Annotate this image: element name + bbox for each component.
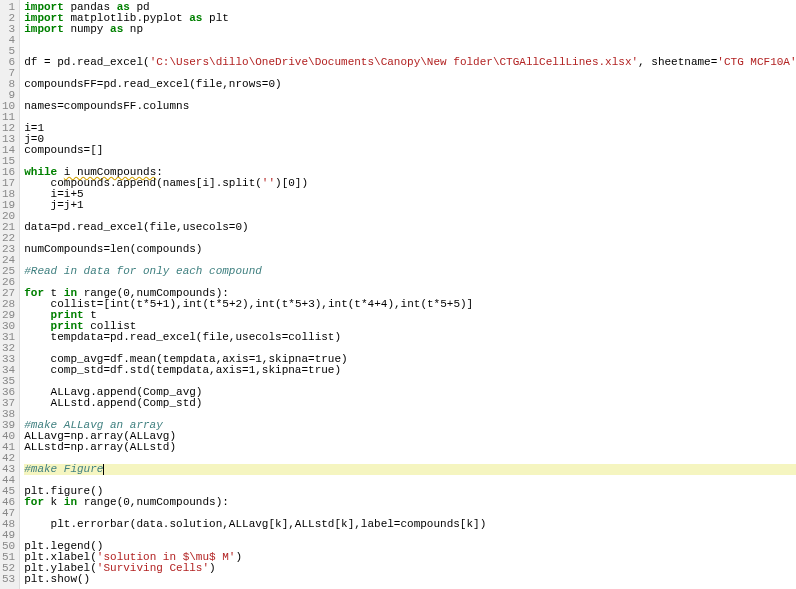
- code-line[interactable]: [24, 35, 796, 46]
- code-line[interactable]: i=1: [24, 123, 796, 134]
- text-cursor: [103, 464, 104, 475]
- code-line[interactable]: [24, 475, 796, 486]
- code-line[interactable]: plt.ylabel('Surviving Cells'): [24, 563, 796, 574]
- code-line[interactable]: collist=[int(t*5+1),int(t*5+2),int(t*5+3…: [24, 299, 796, 310]
- code-line[interactable]: #make Figure: [24, 464, 796, 475]
- code-line[interactable]: ALLstd=np.array(ALLstd): [24, 442, 796, 453]
- code-line[interactable]: compounds=[]: [24, 145, 796, 156]
- code-line[interactable]: plt.show(): [24, 574, 796, 585]
- code-line[interactable]: import numpy as np: [24, 24, 796, 35]
- code-line[interactable]: j=j+1: [24, 200, 796, 211]
- code-line[interactable]: df = pd.read_excel('C:\Users\dillo\OneDr…: [24, 57, 796, 68]
- code-line[interactable]: print t: [24, 310, 796, 321]
- code-line[interactable]: numCompounds=len(compounds): [24, 244, 796, 255]
- line-number-gutter: 1234567891011121314151617181920212223242…: [0, 0, 20, 589]
- code-line[interactable]: plt.errorbar(data.solution,ALLavg[k],ALL…: [24, 519, 796, 530]
- code-line[interactable]: tempdata=pd.read_excel(file,usecols=coll…: [24, 332, 796, 343]
- code-line[interactable]: [24, 112, 796, 123]
- code-line[interactable]: [24, 530, 796, 541]
- code-editor[interactable]: 1234567891011121314151617181920212223242…: [0, 0, 796, 589]
- code-line[interactable]: i=i+5: [24, 189, 796, 200]
- code-line[interactable]: data=pd.read_excel(file,usecols=0): [24, 222, 796, 233]
- code-line[interactable]: comp_std=df.std(tempdata,axis=1,skipna=t…: [24, 365, 796, 376]
- code-line[interactable]: for k in range(0,numCompounds):: [24, 497, 796, 508]
- code-line[interactable]: compounds.append(names[i].split('')[0]): [24, 178, 796, 189]
- code-line[interactable]: ALLstd.append(Comp_std): [24, 398, 796, 409]
- code-area[interactable]: import pandas as pdimport matplotlib.pyp…: [20, 0, 796, 589]
- code-line[interactable]: [24, 453, 796, 464]
- code-line[interactable]: #Read in data for only each compound: [24, 266, 796, 277]
- line-number: 53: [2, 574, 15, 585]
- code-line[interactable]: names=compoundsFF.columns: [24, 101, 796, 112]
- code-line[interactable]: compoundsFF=pd.read_excel(file,nrows=0): [24, 79, 796, 90]
- code-line[interactable]: j=0: [24, 134, 796, 145]
